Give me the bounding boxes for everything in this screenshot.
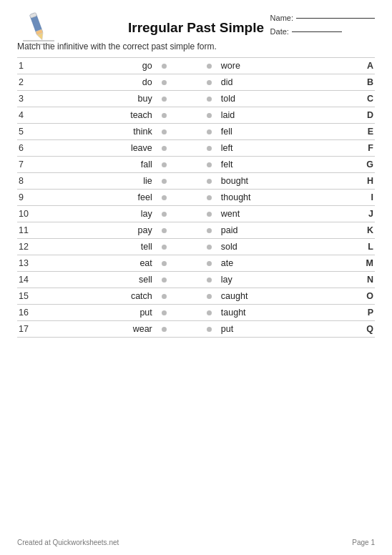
spacer (175, 222, 198, 239)
row-letter: I (349, 190, 375, 206)
table-row: 8 lie bought H (17, 173, 375, 190)
name-underline (296, 18, 375, 19)
name-label: Name: (270, 11, 293, 25)
dot-left (154, 190, 175, 206)
infinitive-word: do (48, 74, 154, 91)
row-letter: Q (349, 321, 375, 338)
spacer (175, 206, 198, 222)
dot-right (198, 288, 220, 305)
table-row: 13 eat ate M (17, 255, 375, 272)
instructions: Match the infinitive with the correct pa… (17, 41, 375, 51)
table-row: 7 fall felt G (17, 157, 375, 173)
spacer (175, 157, 198, 173)
spacer (175, 107, 198, 124)
row-letter: L (349, 239, 375, 255)
date-label: Date: (270, 25, 289, 39)
row-letter: M (349, 255, 375, 272)
dot-left (154, 288, 175, 305)
past-word: sold (220, 239, 349, 255)
table-row: 3 buy told C (17, 91, 375, 107)
table-row: 10 lay went J (17, 206, 375, 222)
dot-left (154, 206, 175, 222)
row-letter: P (349, 305, 375, 321)
dot-right (198, 157, 220, 173)
row-number: 6 (17, 140, 48, 157)
past-word: left (220, 140, 349, 157)
row-letter: O (349, 288, 375, 305)
footer: Created at Quickworksheets.net Page 1 (17, 539, 375, 546)
name-date-area: Name: Date: (270, 11, 375, 38)
spacer (175, 91, 198, 107)
table-row: 2 do did B (17, 74, 375, 91)
dot-right (198, 124, 220, 140)
dot-right (198, 190, 220, 206)
dot-left (154, 272, 175, 288)
date-line: Date: (270, 25, 375, 39)
past-word: caught (220, 288, 349, 305)
table-row: 5 think fell E (17, 124, 375, 140)
table-row: 6 leave left F (17, 140, 375, 157)
past-word: bought (220, 173, 349, 190)
past-word: put (220, 321, 349, 338)
dot-right (198, 206, 220, 222)
row-letter: E (349, 124, 375, 140)
spacer (175, 173, 198, 190)
row-letter: N (349, 272, 375, 288)
table-row: 9 feel thought I (17, 190, 375, 206)
row-number: 9 (17, 190, 48, 206)
row-letter: C (349, 91, 375, 107)
dot-right (198, 222, 220, 239)
infinitive-word: teach (48, 107, 154, 124)
infinitive-word: lie (48, 173, 154, 190)
row-letter: K (349, 222, 375, 239)
dot-left (154, 74, 175, 91)
past-word: paid (220, 222, 349, 239)
dot-left (154, 239, 175, 255)
dot-left (154, 321, 175, 338)
dot-left (154, 305, 175, 321)
infinitive-word: put (48, 305, 154, 321)
row-number: 3 (17, 91, 48, 107)
spacer (175, 140, 198, 157)
spacer (175, 288, 198, 305)
row-number: 11 (17, 222, 48, 239)
row-number: 1 (17, 58, 48, 74)
table-row: 12 tell sold L (17, 239, 375, 255)
dot-right (198, 107, 220, 124)
past-word: laid (220, 107, 349, 124)
past-word: ate (220, 255, 349, 272)
name-line: Name: (270, 11, 375, 25)
dot-right (198, 321, 220, 338)
spacer (175, 58, 198, 74)
table-row: 17 wear put Q (17, 321, 375, 338)
row-number: 7 (17, 157, 48, 173)
dot-left (154, 91, 175, 107)
row-number: 15 (17, 288, 48, 305)
row-number: 16 (17, 305, 48, 321)
footer-right: Page 1 (352, 539, 375, 546)
row-number: 5 (17, 124, 48, 140)
dot-right (198, 255, 220, 272)
row-letter: D (349, 107, 375, 124)
row-letter: F (349, 140, 375, 157)
row-letter: A (349, 58, 375, 74)
infinitive-word: feel (48, 190, 154, 206)
infinitive-word: lay (48, 206, 154, 222)
infinitive-word: catch (48, 288, 154, 305)
dot-right (198, 58, 220, 74)
table-row: 16 put taught P (17, 305, 375, 321)
past-word: did (220, 74, 349, 91)
table-row: 15 catch caught O (17, 288, 375, 305)
past-word: wore (220, 58, 349, 74)
infinitive-word: pay (48, 222, 154, 239)
dot-left (154, 140, 175, 157)
row-letter: B (349, 74, 375, 91)
spacer (175, 74, 198, 91)
footer-left: Created at Quickworksheets.net (17, 539, 119, 546)
infinitive-word: sell (48, 272, 154, 288)
past-word: fell (220, 124, 349, 140)
row-number: 4 (17, 107, 48, 124)
row-number: 2 (17, 74, 48, 91)
dot-left (154, 58, 175, 74)
spacer (175, 239, 198, 255)
